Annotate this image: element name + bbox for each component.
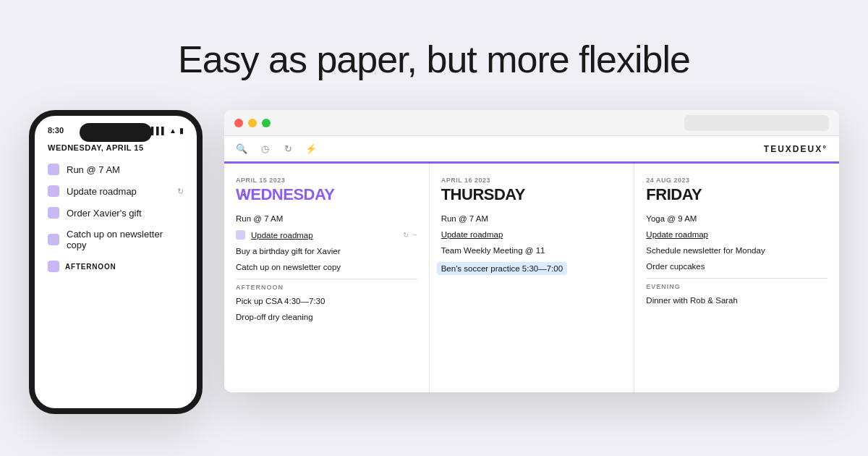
list-item: Buy a birthday gift for Xavier <box>236 247 417 256</box>
phone-mockup: 8:30 ▌▌▌ ▲ ▮ WEDNESDAY, APRIL 15 Run @ 7… <box>29 110 203 414</box>
task-checkbox[interactable] <box>48 234 59 245</box>
list-item: Run @ 7 AM <box>236 214 417 223</box>
list-item: Order Xavier's gift <box>48 207 184 219</box>
refresh-icon[interactable]: ↻ <box>282 143 294 155</box>
list-item: Update roadmap <box>646 230 827 239</box>
phone-notch <box>80 123 152 142</box>
brand-logo: TEUXDEUX° <box>764 144 827 154</box>
phone-content: WEDNESDAY, APRIL 15 Run @ 7 AM Update ro… <box>35 138 197 278</box>
date-label: 24 AUG 2023 <box>646 177 827 184</box>
task-text: Update roadmap <box>67 186 137 197</box>
list-item: Schedule newsletter for Monday <box>646 246 827 255</box>
search-bar[interactable] <box>684 115 829 131</box>
list-item: Drop-off dry cleaning <box>236 313 417 321</box>
task-text: Order cupcakes <box>646 262 705 271</box>
phone-date: WEDNESDAY, APRIL 15 <box>48 143 184 152</box>
task-text: Pick up CSA 4:30—7:30 <box>236 297 325 305</box>
section-label: AFTERNOON <box>48 261 184 272</box>
minimize-button[interactable] <box>248 119 257 127</box>
task-checkbox[interactable] <box>48 207 59 219</box>
repeat-icon[interactable]: ↻ <box>403 231 409 239</box>
task-text: Order Xavier's gift <box>67 208 142 219</box>
date-label: APRIL 15 2023 <box>236 177 417 184</box>
phone-time: 8:30 <box>48 126 64 135</box>
task-text: Catch up on newsletter copy <box>67 229 184 250</box>
status-icons: ▌▌▌ ▲ ▮ <box>151 127 184 135</box>
task-action-icons: ↻ − <box>403 231 417 239</box>
task-text: Dinner with Rob & Sarah <box>646 296 738 305</box>
date-label: APRIL 16 2023 <box>441 177 623 184</box>
toolbar: 🔍 ◷ ↻ ⚡ TEUXDEUX° <box>224 136 839 164</box>
section-label: AFTERNOON <box>236 279 417 291</box>
search-icon[interactable]: 🔍 <box>236 143 247 155</box>
list-item: Pick up CSA 4:30—7:30 <box>236 297 417 305</box>
day-name: WEDNESDAY <box>236 185 417 204</box>
friday-column: 24 AUG 2023 FRIDAY Yoga @ 9 AM Update ro… <box>634 164 839 392</box>
desktop-mockup: 🔍 ◷ ↻ ⚡ TEUXDEUX° APRIL 15 2023 WEDNESDA… <box>224 110 839 392</box>
task-text: Run @ 7 AM <box>236 214 283 223</box>
task-text[interactable]: Update roadmap <box>441 230 503 239</box>
task-text-highlighted: Ben's soccer practice 5:30—7:00 <box>437 262 567 275</box>
list-item: Update roadmap ↻ − <box>236 230 417 240</box>
day-name: THURSDAY <box>441 185 623 204</box>
task-text: Run @ 7 AM <box>67 164 120 175</box>
clock-icon[interactable]: ◷ <box>259 143 271 155</box>
task-text: Buy a birthday gift for Xavier <box>236 247 340 256</box>
wifi-icon: ▲ <box>169 127 176 135</box>
list-item: Run @ 7 AM <box>441 214 623 223</box>
cursor: ↖ <box>242 192 247 200</box>
task-text: Run @ 7 AM <box>441 214 488 223</box>
battery-icon: ▮ <box>179 127 184 135</box>
list-item: Dinner with Rob & Sarah <box>646 296 827 305</box>
list-item: Yoga @ 9 AM <box>646 214 827 223</box>
maximize-button[interactable] <box>262 119 271 127</box>
wednesday-column: APRIL 15 2023 WEDNESDAY Run @ 7 AM Updat… <box>224 164 430 392</box>
task-dot <box>236 230 245 240</box>
list-item: Catch up on newsletter copy <box>48 229 184 250</box>
task-text[interactable]: Update roadmap <box>646 230 708 239</box>
day-name: FRIDAY <box>646 185 827 204</box>
columns-container: APRIL 15 2023 WEDNESDAY Run @ 7 AM Updat… <box>224 164 839 392</box>
task-text: Catch up on newsletter copy <box>236 263 341 271</box>
section-dot <box>48 261 59 272</box>
list-item: Update roadmap ↻ <box>48 185 184 197</box>
list-item: Ben's soccer practice 5:30—7:00 <box>441 262 623 275</box>
list-item: Run @ 7 AM <box>48 164 184 175</box>
signal-icon: ▌▌▌ <box>151 127 166 135</box>
task-text: Yoga @ 9 AM <box>646 214 697 223</box>
remove-icon[interactable]: − <box>413 231 417 239</box>
task-checkbox[interactable] <box>48 185 59 197</box>
task-checkbox[interactable] <box>48 164 59 175</box>
content-area: 8:30 ▌▌▌ ▲ ▮ WEDNESDAY, APRIL 15 Run @ 7… <box>0 110 868 414</box>
headline: Easy as paper, but more flexible <box>0 0 868 81</box>
list-item: Order cupcakes <box>646 262 827 271</box>
list-item: Update roadmap <box>441 230 623 239</box>
thursday-column: APRIL 16 2023 THURSDAY Run @ 7 AM Update… <box>430 164 635 392</box>
task-text: Team Weekly Meeting @ 11 <box>441 246 545 255</box>
titlebar <box>224 110 839 136</box>
list-item: Team Weekly Meeting @ 11 <box>441 246 623 255</box>
task-text: Drop-off dry cleaning <box>236 313 313 321</box>
close-button[interactable] <box>234 119 243 127</box>
task-text[interactable]: Update roadmap <box>251 231 313 240</box>
repeat-icon: ↻ <box>177 187 184 196</box>
section-label: EVENING <box>646 278 827 290</box>
lightning-icon[interactable]: ⚡ <box>305 143 317 155</box>
list-item: Catch up on newsletter copy <box>236 263 417 271</box>
task-text: Schedule newsletter for Monday <box>646 246 765 255</box>
